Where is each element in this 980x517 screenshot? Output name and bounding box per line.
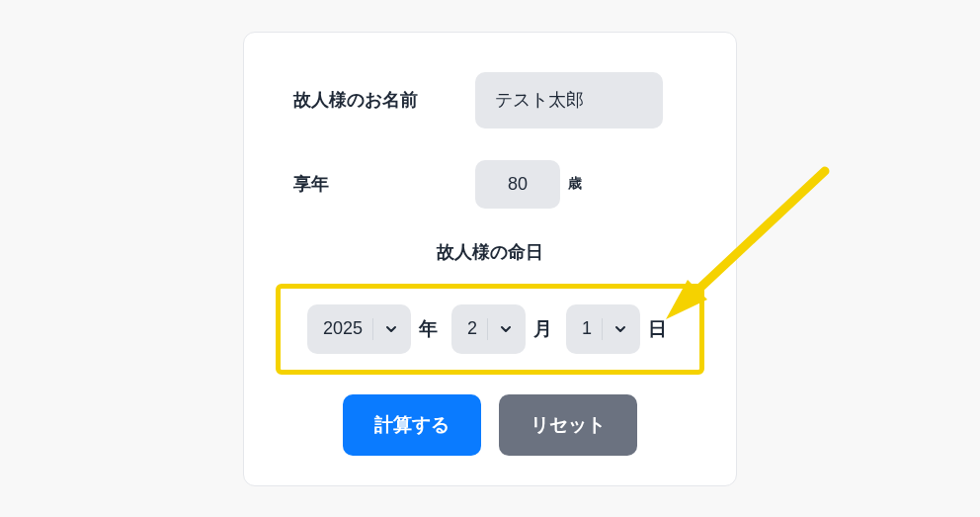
name-label: 故人様のお名前 xyxy=(293,88,451,112)
chevron-down-icon xyxy=(612,321,628,337)
year-value: 2025 xyxy=(323,318,363,339)
select-divider xyxy=(602,318,603,340)
age-input[interactable] xyxy=(475,160,560,209)
select-divider xyxy=(487,318,488,340)
year-select[interactable]: 2025 xyxy=(307,304,411,354)
chevron-down-icon xyxy=(383,321,399,337)
age-suffix: 歳 xyxy=(568,175,582,193)
select-divider xyxy=(372,318,373,340)
button-row: 計算する リセット xyxy=(293,394,687,456)
month-suffix: 月 xyxy=(533,316,552,342)
age-label: 享年 xyxy=(293,172,451,196)
year-suffix: 年 xyxy=(419,316,438,342)
date-section-label: 故人様の命日 xyxy=(293,240,687,264)
date-section: 故人様の命日 2025 年 2 月 1 xyxy=(293,240,687,456)
day-select[interactable]: 1 xyxy=(566,304,640,354)
day-suffix: 日 xyxy=(648,316,667,342)
form-panel: 故人様のお名前 享年 歳 故人様の命日 2025 年 2 xyxy=(243,32,737,486)
name-input[interactable] xyxy=(475,72,663,129)
month-select[interactable]: 2 xyxy=(451,304,526,354)
reset-button[interactable]: リセット xyxy=(499,394,637,456)
age-row: 享年 歳 xyxy=(293,160,687,209)
calculate-button[interactable]: 計算する xyxy=(343,394,481,456)
date-highlight-box: 2025 年 2 月 1 日 xyxy=(276,284,704,375)
name-row: 故人様のお名前 xyxy=(293,72,687,129)
age-wrap: 歳 xyxy=(475,160,582,209)
month-value: 2 xyxy=(467,318,477,339)
chevron-down-icon xyxy=(498,321,514,337)
day-value: 1 xyxy=(582,318,592,339)
